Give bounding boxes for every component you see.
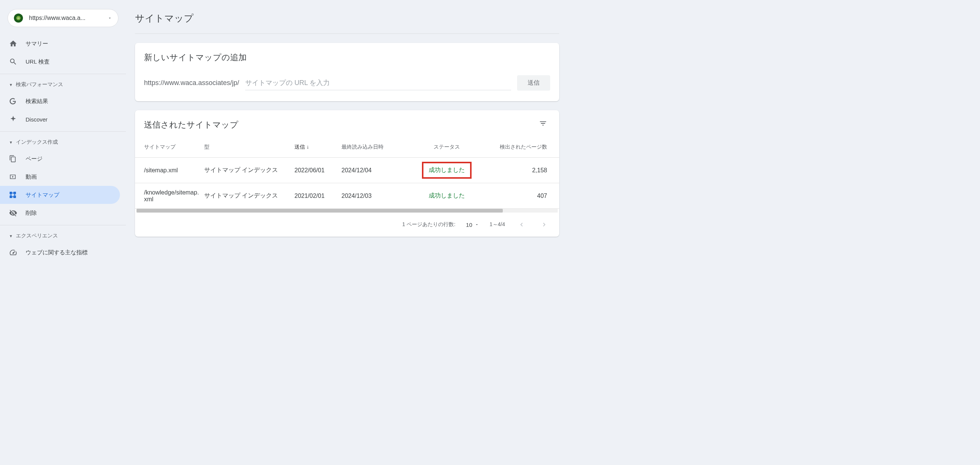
sidebar-item-label: ページ <box>25 155 43 162</box>
hide-icon <box>9 209 18 217</box>
discover-icon <box>9 115 18 123</box>
filter-icon[interactable] <box>536 116 550 131</box>
submit-button[interactable]: 送信 <box>517 75 550 91</box>
section-label: 検索パフォーマンス <box>16 81 63 88</box>
sidebar-item-label: サマリー <box>25 40 48 48</box>
section-label: インデックス作成 <box>16 139 58 146</box>
caret-down-icon <box>474 222 479 227</box>
sidebar-item-label: URL 検査 <box>25 58 49 65</box>
cell-lastread: 2024/12/03 <box>342 193 413 199</box>
cell-submitted: 2022/06/01 <box>294 167 342 174</box>
horizontal-scrollbar[interactable] <box>137 209 558 213</box>
search-icon <box>9 57 18 66</box>
svg-rect-4 <box>14 196 16 197</box>
sidebar-item-label: 削除 <box>25 210 37 217</box>
table-header: サイトマップ 型 送信↓ 最終読み込み日時 ステータス 検出されたページ数 <box>135 137 559 158</box>
main-content: サイトマップ 新しいサイトマップの追加 https://www.waca.ass… <box>126 0 577 465</box>
sidebar-item-core-web-vitals[interactable]: ウェブに関する主な指標 <box>0 244 120 261</box>
svg-rect-1 <box>10 192 12 194</box>
col-header-submitted[interactable]: 送信↓ <box>294 144 342 150</box>
col-header-lastread[interactable]: 最終読み込み日時 <box>342 144 413 150</box>
col-header-type[interactable]: 型 <box>204 144 294 150</box>
rows-per-page-label: 1 ページあたりの行数: <box>402 221 455 228</box>
sidebar-item-url-inspect[interactable]: URL 検査 <box>0 53 120 71</box>
page-title: サイトマップ <box>135 9 559 34</box>
cell-pages: 2,158 <box>480 167 550 174</box>
caret-down-icon: ▼ <box>9 234 13 238</box>
divider <box>0 131 126 132</box>
pagination: 1 ページあたりの行数: 10 1～4/4 <box>135 213 559 237</box>
cell-status: 成功しました <box>413 192 480 200</box>
sidebar-section-performance[interactable]: ▼ 検索パフォーマンス <box>0 77 126 92</box>
sidebar-item-summary[interactable]: サマリー <box>0 35 120 53</box>
sidebar-item-videos[interactable]: 動画 <box>0 168 120 186</box>
property-url: https://www.waca.a... <box>29 15 105 21</box>
sidebar-section-indexing[interactable]: ▼ インデックス作成 <box>0 135 126 150</box>
col-header-sitemap[interactable]: サイトマップ <box>144 144 204 150</box>
caret-down-icon: ▼ <box>9 140 13 145</box>
caret-down-icon <box>108 16 112 20</box>
video-icon <box>9 173 18 181</box>
divider <box>0 74 126 74</box>
table-row[interactable]: /knowledge/sitemap.xml サイトマップ インデックス 202… <box>135 183 559 209</box>
sidebar-item-sitemaps[interactable]: サイトマップ <box>0 186 120 204</box>
svg-rect-2 <box>14 192 16 194</box>
card-title: 送信されたサイトマップ <box>135 110 247 137</box>
col-header-status[interactable]: ステータス <box>413 144 480 150</box>
cell-type: サイトマップ インデックス <box>204 166 294 174</box>
card-title: 新しいサイトマップの追加 <box>135 43 559 69</box>
prev-page-button[interactable] <box>515 218 528 231</box>
table-row[interactable]: /sitemap.xml サイトマップ インデックス 2022/06/01 20… <box>135 158 559 183</box>
home-icon <box>9 40 18 48</box>
add-sitemap-row: https://www.waca.associates/jp/ 送信 <box>135 69 559 101</box>
rows-per-page-select[interactable]: 10 <box>466 221 479 228</box>
rows-value: 10 <box>466 221 473 228</box>
caret-down-icon: ▼ <box>9 83 13 87</box>
sidebar-item-discover[interactable]: Discover <box>0 110 120 128</box>
sidebar-item-pages[interactable]: ページ <box>0 150 120 168</box>
sidebar-item-label: サイトマップ <box>25 191 59 199</box>
col-header-pages[interactable]: 検出されたページ数 <box>480 144 550 150</box>
sort-down-icon: ↓ <box>307 144 309 150</box>
svg-rect-3 <box>10 196 12 197</box>
url-prefix: https://www.waca.associates/jp/ <box>144 79 239 87</box>
cell-sitemap: /knowledge/sitemap.xml <box>144 189 204 203</box>
cell-pages: 407 <box>480 193 550 199</box>
status-badge: 成功しました <box>429 192 465 199</box>
sidebar-item-search-results[interactable]: 検索結果 <box>0 92 120 110</box>
sitemap-icon <box>9 191 18 199</box>
property-selector[interactable]: https://www.waca.a... <box>8 9 118 27</box>
sitemaps-table: サイトマップ 型 送信↓ 最終読み込み日時 ステータス 検出されたページ数 /s… <box>135 137 559 209</box>
sidebar-item-label: Discover <box>25 116 48 123</box>
sidebar-item-label: ウェブに関する主な指標 <box>25 249 88 256</box>
cell-sitemap: /sitemap.xml <box>144 167 204 174</box>
scrollbar-thumb[interactable] <box>137 209 503 213</box>
status-badge: 成功しました <box>422 162 472 179</box>
cell-submitted: 2021/02/01 <box>294 193 342 199</box>
add-sitemap-card: 新しいサイトマップの追加 https://www.waca.associates… <box>135 43 559 101</box>
sidebar-item-label: 動画 <box>25 174 37 181</box>
sidebar-section-experience[interactable]: ▼ エクスペリエンス <box>0 228 126 244</box>
col-header-label: 送信 <box>294 144 305 150</box>
cell-type: サイトマップ インデックス <box>204 192 294 200</box>
submitted-sitemaps-card: 送信されたサイトマップ サイトマップ 型 送信↓ 最終読み込み日時 ステータス … <box>135 110 559 237</box>
section-label: エクスペリエンス <box>16 232 58 239</box>
next-page-button[interactable] <box>538 218 550 231</box>
google-icon <box>9 97 18 105</box>
sidebar-item-label: 検索結果 <box>25 98 48 105</box>
property-favicon <box>14 14 23 22</box>
speed-icon <box>9 248 18 256</box>
pagination-range: 1～4/4 <box>490 221 505 228</box>
cell-status: 成功しました <box>413 162 480 179</box>
sitemap-url-input[interactable] <box>245 76 511 90</box>
pages-icon <box>9 155 18 162</box>
cell-lastread: 2024/12/04 <box>342 167 413 174</box>
sidebar-item-removals[interactable]: 削除 <box>0 204 120 222</box>
divider <box>0 225 126 225</box>
sidebar: https://www.waca.a... サマリー URL 検査 ▼ 検索パフ… <box>0 0 126 465</box>
